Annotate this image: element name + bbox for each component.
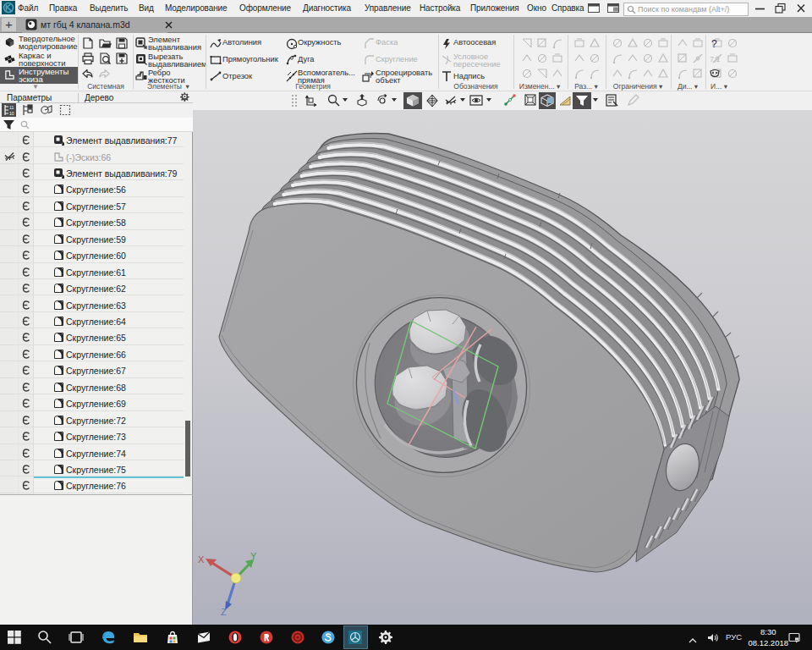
svg-text:11: 11 (9, 105, 14, 110)
svg-text:?: ? (711, 38, 717, 50)
svg-text:7,1: 7,1 (710, 55, 721, 63)
svg-text:X: X (198, 554, 205, 565)
svg-text:10: 10 (9, 111, 14, 116)
svg-text:Y: Y (250, 551, 257, 561)
svg-text:Z: Z (221, 607, 227, 617)
